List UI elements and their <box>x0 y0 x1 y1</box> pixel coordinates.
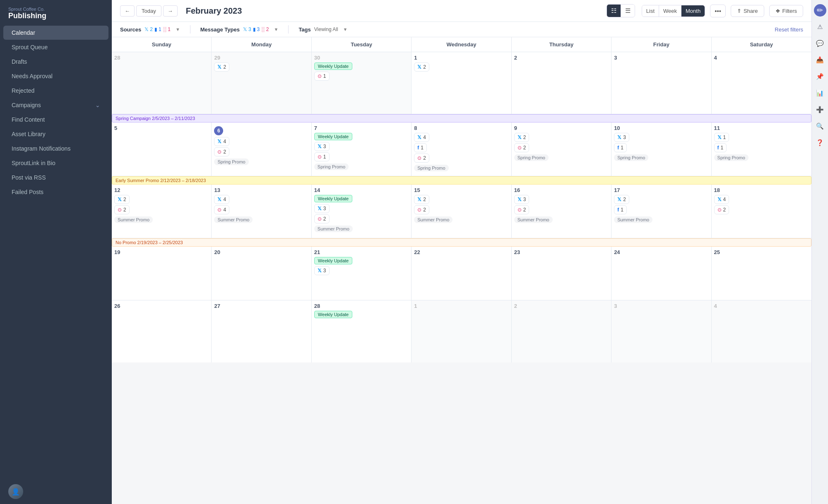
sidebar-item-rejected[interactable]: Rejected <box>3 84 108 98</box>
cal-cell-4-5[interactable]: 3 <box>611 300 711 362</box>
weekly-update-badge[interactable]: Weekly Update <box>314 311 352 318</box>
search-icon[interactable]: 🔍 <box>814 120 826 132</box>
post-pill-tw[interactable]: 𝕏2 <box>414 62 429 72</box>
post-pill-ig[interactable]: ⊙2 <box>514 205 530 214</box>
plus-icon[interactable]: ➕ <box>814 103 826 116</box>
post-pill-ig[interactable]: ⊙2 <box>414 154 429 163</box>
cal-cell-2-0[interactable]: 12𝕏2⊙2Summer Promo <box>112 176 212 238</box>
prev-button[interactable]: ← <box>120 5 135 17</box>
post-pill-ig[interactable]: ⊙2 <box>114 205 130 214</box>
inbox-icon[interactable]: 📥 <box>814 54 826 66</box>
post-pill-ig[interactable]: ⊙2 <box>414 205 429 214</box>
sidebar-item-sprout-queue[interactable]: Sprout Queue <box>3 40 108 54</box>
campaign-tag[interactable]: Summer Promo <box>414 216 453 223</box>
post-pill-ig[interactable]: ⊙2 <box>514 143 530 152</box>
post-pill-tw[interactable]: 𝕏1 <box>714 133 729 142</box>
post-pill-tw[interactable]: 𝕏3 <box>314 266 330 275</box>
sources-filter[interactable]: Sources 𝕏 2 ▮ 1 ░ 1 ▼ <box>120 26 180 33</box>
post-pill-tw[interactable]: 𝕏2 <box>614 195 629 204</box>
sidebar-item-sproutlink[interactable]: SproutLink in Bio <box>3 156 108 170</box>
post-pill-fb[interactable]: f1 <box>714 143 727 152</box>
cal-cell-0-4[interactable]: 2 <box>512 52 611 114</box>
cal-cell-3-2[interactable]: 21Weekly Update𝕏3 <box>312 238 412 300</box>
weekly-update-badge[interactable]: Weekly Update <box>314 257 352 264</box>
cal-cell-1-1[interactable]: 6𝕏4⊙2Spring Promo <box>212 114 311 176</box>
messages-icon[interactable]: 💬 <box>814 37 826 50</box>
sidebar-item-needs-approval[interactable]: Needs Approval <box>3 69 108 83</box>
post-pill-ig[interactable]: ⊙1 <box>314 152 330 161</box>
campaign-tag[interactable]: Summer Promo <box>614 216 652 223</box>
user-avatar-area[interactable]: 👤 <box>0 479 112 504</box>
reset-filters-link[interactable]: Reset filters <box>775 26 803 33</box>
cal-cell-0-5[interactable]: 3 <box>611 52 711 114</box>
list-tab-button[interactable]: List <box>642 5 659 17</box>
post-pill-ig[interactable]: ⊙2 <box>314 214 330 223</box>
post-pill-ig[interactable]: ⊙2 <box>714 205 729 214</box>
cal-cell-3-1[interactable]: 20 <box>212 238 311 300</box>
next-button[interactable]: → <box>163 5 178 17</box>
cal-cell-0-0[interactable]: 28 <box>112 52 212 114</box>
cal-cell-4-3[interactable]: 1 <box>412 300 511 362</box>
cal-cell-4-1[interactable]: 27 <box>212 300 311 362</box>
cal-cell-3-6[interactable]: 25 <box>712 238 811 300</box>
sidebar-item-campaigns[interactable]: Campaigns ⌄ <box>3 98 108 112</box>
post-pill-tw[interactable]: 𝕏3 <box>314 142 330 151</box>
sidebar-item-post-via-rss[interactable]: Post via RSS <box>3 170 108 185</box>
tags-filter[interactable]: Tags Viewing All ▼ <box>298 26 347 33</box>
post-pill-tw[interactable]: 𝕏4 <box>714 195 729 204</box>
cal-cell-1-3[interactable]: 8𝕏4f1⊙2Spring Promo <box>412 114 511 176</box>
campaign-tag[interactable]: Spring Promo <box>714 154 749 161</box>
cal-cell-4-2[interactable]: 28Weekly Update <box>312 300 412 362</box>
sidebar-item-find-content[interactable]: Find Content <box>3 113 108 127</box>
share-button[interactable]: ⇑ Share <box>731 5 764 17</box>
campaign-tag[interactable]: Summer Promo <box>314 226 353 232</box>
campaign-tag[interactable]: Spring Promo <box>414 165 448 171</box>
grid-view-button[interactable]: ☷ <box>607 5 621 17</box>
help-icon[interactable]: ❓ <box>814 137 826 149</box>
sidebar-item-asset-library[interactable]: Asset Library <box>3 127 108 141</box>
cal-cell-1-0[interactable]: 5 <box>112 114 212 176</box>
alert-icon[interactable]: ⚠ <box>814 21 826 33</box>
list-view-button[interactable]: ☰ <box>621 5 635 17</box>
cal-cell-0-6[interactable]: 4 <box>712 52 811 114</box>
campaign-tag[interactable]: Summer Promo <box>214 216 253 223</box>
campaign-tag[interactable]: Spring Promo <box>614 154 648 161</box>
post-pill-tw[interactable]: 𝕏4 <box>214 137 229 146</box>
post-pill-tw[interactable]: 𝕏4 <box>214 195 229 204</box>
message-types-filter[interactable]: Message Types 𝕏 3 ▮ 3 ░ 2 ▼ <box>200 26 279 33</box>
cal-cell-3-4[interactable]: 23 <box>512 238 611 300</box>
today-button[interactable]: Today <box>136 5 161 17</box>
cal-cell-2-5[interactable]: 17𝕏2f1Summer Promo <box>611 176 711 238</box>
compose-button[interactable]: ✏ <box>814 4 826 17</box>
cal-cell-2-6[interactable]: 18𝕏4⊙2 <box>712 176 811 238</box>
filters-button[interactable]: ❖ Filters <box>769 5 803 17</box>
weekly-update-badge[interactable]: Weekly Update <box>314 195 352 202</box>
post-pill-fb[interactable]: f1 <box>414 143 427 152</box>
sidebar-item-failed-posts[interactable]: Failed Posts <box>3 185 108 199</box>
post-pill-tw[interactable]: 𝕏3 <box>614 133 629 142</box>
cal-cell-3-0[interactable]: 19 <box>112 238 212 300</box>
sidebar-item-instagram-notifications[interactable]: Instagram Notifications <box>3 142 108 156</box>
cal-cell-2-4[interactable]: 16𝕏3⊙2Summer Promo <box>512 176 611 238</box>
post-pill-tw[interactable]: 𝕏3 <box>514 195 530 204</box>
cal-cell-4-6[interactable]: 4 <box>712 300 811 362</box>
campaign-bar[interactable]: Spring Campaign 2/5/2023 – 2/11/2023 <box>112 114 811 122</box>
post-pill-tw[interactable]: 𝕏4 <box>414 133 429 142</box>
cal-cell-0-1[interactable]: 29𝕏2 <box>212 52 311 114</box>
cal-cell-1-4[interactable]: 9𝕏2⊙2Spring Promo <box>512 114 611 176</box>
cal-cell-3-3[interactable]: 22 <box>412 238 511 300</box>
campaign-bar[interactable]: No Promo 2/19/2023 – 2/25/2023 <box>112 238 811 247</box>
cal-cell-1-6[interactable]: 11𝕏1f1Spring Promo <box>712 114 811 176</box>
sidebar-item-drafts[interactable]: Drafts <box>3 55 108 69</box>
campaign-tag[interactable]: Spring Promo <box>214 158 248 165</box>
weekly-update-badge[interactable]: Weekly Update <box>314 62 352 70</box>
cal-cell-1-5[interactable]: 10𝕏3f1Spring Promo <box>611 114 711 176</box>
cal-cell-3-5[interactable]: 24 <box>611 238 711 300</box>
post-pill-ig[interactable]: ⊙4 <box>214 205 229 214</box>
cal-cell-2-1[interactable]: 13𝕏4⊙4Summer Promo <box>212 176 311 238</box>
campaign-tag[interactable]: Summer Promo <box>114 216 153 223</box>
month-tab-button[interactable]: Month <box>681 5 705 17</box>
cal-cell-2-2[interactable]: 14Weekly Update𝕏3⊙2Summer Promo <box>312 176 412 238</box>
post-pill-tw[interactable]: 𝕏2 <box>214 62 229 72</box>
analytics-icon[interactable]: 📊 <box>814 87 826 99</box>
